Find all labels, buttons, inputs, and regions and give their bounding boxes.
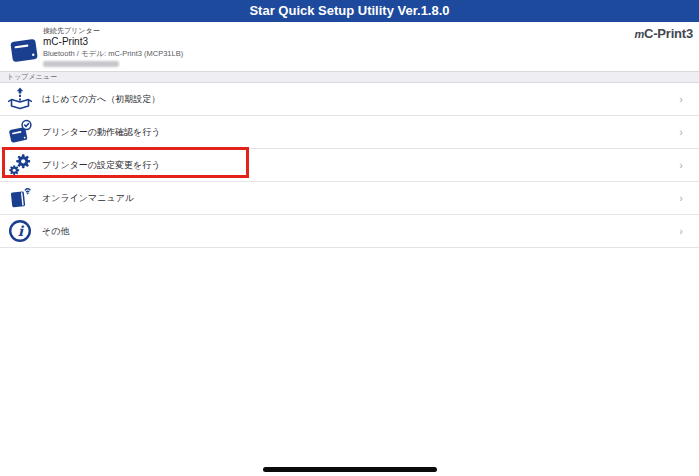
menu-item-label: プリンターの動作確認を行う [42, 126, 160, 139]
menu-item-others[interactable]: i その他 › [0, 215, 699, 248]
connected-printer-panel[interactable]: 接続先プリンター mC-Print3 Bluetooth / モデル: mC-P… [0, 22, 699, 71]
chevron-right-icon: › [679, 160, 683, 171]
chevron-right-icon: › [679, 226, 683, 237]
home-indicator[interactable] [263, 467, 437, 472]
printer-info: 接続先プリンター mC-Print3 Bluetooth / モデル: mC-P… [43, 26, 183, 67]
app-header: Star Quick Setup Utility Ver.1.8.0 [0, 0, 699, 22]
menu-item-printer-test[interactable]: プリンターの動作確認を行う › [0, 116, 699, 149]
info-icon: i [7, 218, 33, 244]
menu-section-title: トップメニュー [0, 72, 699, 82]
svg-text:i: i [18, 223, 25, 239]
printer-address-redacted [43, 61, 119, 67]
unbox-arrow-icon [7, 86, 33, 112]
menu-section-header: トップメニュー [0, 71, 699, 83]
printer-connection-info: Bluetooth / モデル: mC-Print3 (MCP31LB) [43, 49, 183, 58]
printer-cube-icon [8, 33, 41, 66]
printer-section-label: 接続先プリンター [43, 26, 183, 35]
book-wifi-icon [7, 185, 33, 211]
menu-item-printer-settings[interactable]: プリンターの設定変更を行う › [0, 149, 699, 182]
brand-logo: mC-Print3 [634, 26, 693, 41]
top-menu-list: はじめての方へ（初期設定） › プリンターの動作確認を行う › [0, 83, 699, 248]
menu-item-label: オンラインマニュアル [42, 192, 134, 205]
printer-check-icon [7, 119, 33, 145]
app-screen: Star Quick Setup Utility Ver.1.8.0 接続先プリ… [0, 0, 699, 476]
chevron-right-icon: › [679, 193, 683, 204]
menu-item-label: はじめての方へ（初期設定） [42, 93, 160, 106]
menu-item-label: その他 [42, 225, 69, 238]
gears-icon [7, 152, 33, 178]
chevron-right-icon: › [679, 94, 683, 105]
app-title: Star Quick Setup Utility Ver.1.8.0 [0, 0, 699, 22]
menu-item-getting-started[interactable]: はじめての方へ（初期設定） › [0, 83, 699, 116]
printer-name: mC-Print3 [43, 36, 183, 48]
menu-item-label: プリンターの設定変更を行う [42, 159, 160, 172]
menu-item-online-manual[interactable]: オンラインマニュアル › [0, 182, 699, 215]
chevron-right-icon: › [679, 127, 683, 138]
